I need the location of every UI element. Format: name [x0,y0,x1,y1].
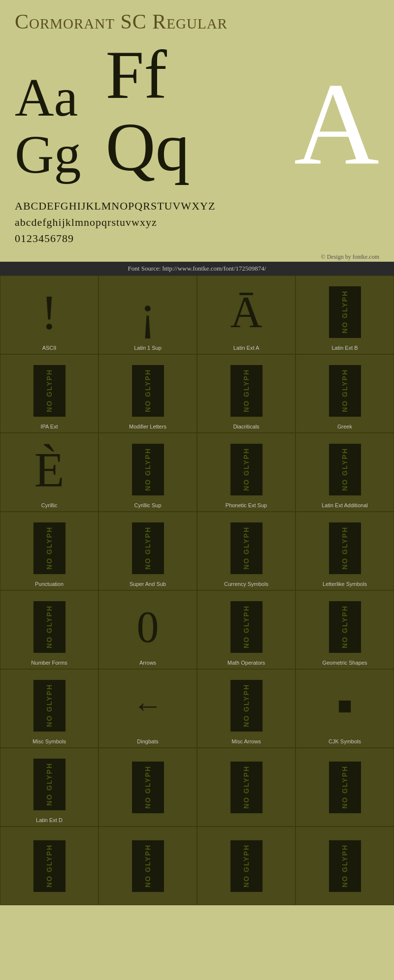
glyph-cell: NO GLYPH Cyrillic Sup [98,433,197,512]
glyph-char: 0 [137,602,159,652]
sample-gg: Gg [15,126,81,184]
no-glyph-box: NO GLYPH [132,444,164,495]
glyph-cell: NO GLYPH [98,827,197,905]
no-glyph-box: NO GLYPH [230,444,263,495]
no-glyph-box: NO GLYPH [33,840,66,892]
header-section: Cormorant SC Regular Aa Gg Ff Qq A [0,0,394,193]
alphabet-lower: abcdefghijklmnopqrstuvwxyz [15,214,379,230]
no-glyph-text: NO GLYPH [144,369,152,412]
glyph-cell: NO GLYPH Super And Sub [98,512,197,590]
glyph-char: ■ [337,691,352,720]
glyph-label: CJK Symbols [328,738,361,744]
glyph-label: Latin Ext B [331,345,358,351]
glyph-label: IPA Ext [40,424,58,429]
glyph-cell: ! ASCII [0,276,98,354]
no-glyph-box: NO GLYPH [33,759,66,810]
no-glyph-text: NO GLYPH [144,448,152,491]
glyph-cell: 0 Arrows [98,590,197,669]
glyph-label: Misc Symbols [33,738,66,744]
glyph-label: Cyrillic Sup [134,502,161,508]
no-glyph-text: NO GLYPH [341,766,349,809]
glyph-cell: NO GLYPH Misc Arrows [197,669,296,748]
no-glyph-text: NO GLYPH [242,684,250,727]
glyph-label: Currency Symbols [224,581,268,587]
no-glyph-text: NO GLYPH [242,844,250,888]
no-glyph-box: NO GLYPH [329,444,361,495]
glyph-label: Arrows [139,660,156,666]
glyph-label: ASCII [42,345,57,351]
no-glyph-box: NO GLYPH [329,840,361,892]
no-glyph-text: NO GLYPH [242,605,250,648]
glyph-cell: È Cyrillic [0,433,98,512]
glyph-label: Phonetic Ext Sup [226,502,267,508]
no-glyph-box: NO GLYPH [33,522,66,574]
glyph-cell: NO GLYPH Misc Symbols [0,669,98,748]
glyph-label: Latin Ext D [36,817,63,823]
no-glyph-box: NO GLYPH [132,365,164,417]
no-glyph-box: NO GLYPH [132,840,164,892]
glyph-label: Modifier Letters [129,424,166,429]
glyph-char: Ā [230,287,263,337]
glyph-label: Super And Sub [130,581,166,587]
glyph-label: Dingbats [137,738,158,744]
glyph-label: Letterlike Symbols [323,581,367,587]
glyph-char: ¡ [139,284,156,340]
no-glyph-box: NO GLYPH [329,601,361,653]
glyph-label: Diacriticals [233,424,259,429]
no-glyph-text: NO GLYPH [45,844,53,888]
no-glyph-box: NO GLYPH [230,365,263,417]
glyph-cell: NO GLYPH Math Operators [197,590,296,669]
alphabet-section: ABCDEFGHIJKLMNOPQRSTUVWXYZ abcdefghijklm… [0,193,394,251]
glyph-cell: NO GLYPH Punctuation [0,512,98,590]
glyph-cell: ← Dingbats [98,669,197,748]
glyph-cell: NO GLYPH Latin Ext D [0,748,98,827]
glyph-cell: Ā Latin Ext A [197,276,296,354]
glyph-char: È [34,441,64,498]
glyph-label: Punctuation [35,581,64,587]
glyph-cell: NO GLYPH [197,748,296,827]
no-glyph-box: NO GLYPH [230,601,263,653]
glyph-cell: NO GLYPH Latin Ext Additional [296,433,394,512]
no-glyph-text: NO GLYPH [45,526,53,570]
glyph-cell: NO GLYPH [296,748,394,827]
glyph-char: ← [133,689,163,723]
no-glyph-text: NO GLYPH [341,526,349,570]
no-glyph-text: NO GLYPH [144,526,152,570]
alphabet-upper: ABCDEFGHIJKLMNOPQRSTUVWXYZ [15,198,379,214]
no-glyph-text: NO GLYPH [242,448,250,491]
no-glyph-text: NO GLYPH [144,766,152,809]
no-glyph-box: NO GLYPH [329,286,361,338]
no-glyph-box: NO GLYPH [132,522,164,574]
glyphs-grid: ! ASCII ¡ Latin 1 Sup Ā Latin Ext A NO G… [0,276,394,905]
no-glyph-text: NO GLYPH [341,369,349,412]
glyph-cell: NO GLYPH IPA Ext [0,354,98,433]
glyph-cell: NO GLYPH Modifier Letters [98,354,197,433]
no-glyph-box: NO GLYPH [230,680,263,732]
sample-chars-display: Aa Gg Ff Qq A [15,38,379,183]
glyph-label: Cyrillic [41,502,57,508]
glyph-cell: ■ CJK Symbols [296,669,394,748]
no-glyph-text: NO GLYPH [341,844,349,888]
no-glyph-text: NO GLYPH [144,844,152,888]
no-glyph-text: NO GLYPH [341,290,349,334]
no-glyph-text: NO GLYPH [242,369,250,412]
no-glyph-box: NO GLYPH [230,840,263,892]
glyph-cell: NO GLYPH [197,827,296,905]
sample-ff: Ff [105,38,190,111]
glyph-cell: NO GLYPH Diacriticals [197,354,296,433]
font-title: Cormorant SC Regular [15,10,379,33]
sample-qq: Qq [105,111,190,183]
glyph-label: Latin Ext A [233,345,260,351]
glyph-cell: NO GLYPH Latin Ext B [296,276,394,354]
no-glyph-box: NO GLYPH [230,762,263,813]
no-glyph-text: NO GLYPH [45,605,53,648]
glyph-cell: NO GLYPH Number Forms [0,590,98,669]
glyph-cell: NO GLYPH Greek [296,354,394,433]
glyph-label: Latin Ext Additional [322,502,368,508]
glyph-label: Greek [337,424,352,429]
glyph-cell: NO GLYPH Phonetic Ext Sup [197,433,296,512]
glyph-label: Misc Arrows [231,738,261,744]
no-glyph-text: NO GLYPH [45,369,53,412]
glyph-char: ! [41,284,57,340]
no-glyph-text: NO GLYPH [242,766,250,809]
